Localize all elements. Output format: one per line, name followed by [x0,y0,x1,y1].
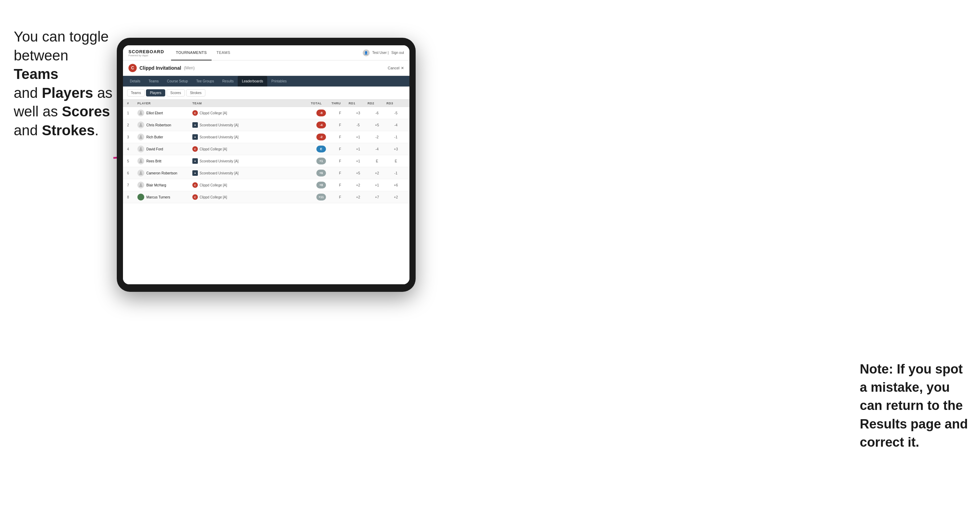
score-badge: +11 [317,194,326,200]
rd2-value: +1 [368,183,387,187]
player-name: Rich Butler [146,135,163,139]
score-badge: +6 [317,170,326,176]
player-name: David Ford [146,147,163,151]
right-annotation: Note: If you spot a mistake, you can ret… [860,360,970,451]
team-cell: ■ Scoreboard University [A] [192,122,311,128]
player-avatar [137,157,144,165]
player-avatar [137,170,144,176]
bold-teams: Teams [14,66,58,82]
rd2-value: -4 [368,147,387,151]
thru-value: F [331,147,348,151]
player-rows: 1 Elliot Ebert C Clippd College [A] -8 F… [123,107,409,203]
tab-details[interactable]: Details [126,76,145,87]
svg-point-2 [140,123,142,125]
player-cell: Rich Butler [137,133,192,140]
nav-teams[interactable]: TEAMS [212,45,235,60]
team-logo-scoreboard: ■ [192,122,198,128]
table-row: 4 David Ford C Clippd College [A] E F +1… [123,143,409,155]
col-thru: THRU [331,102,348,105]
col-total: TOTAL [311,102,331,105]
tournament-header: C Clippd Invitational (Men) Cancel ✕ [123,60,409,76]
tab-leaderboards[interactable]: Leaderboards [238,76,267,87]
subtab-scores[interactable]: Scores [167,89,185,97]
subtab-players[interactable]: Players [146,89,165,97]
player-avatar [137,110,144,116]
rd2-value: +5 [368,123,387,127]
team-cell: ■ Scoreboard University [A] [192,158,311,164]
tournament-logo: C [129,64,137,72]
table-row: 7 Blair McHarg C Clippd College [A] +8 F… [123,179,409,191]
tablet-frame: SCOREBOARD Powered by clippd TOURNAMENTS… [117,38,416,292]
rd3-value: E [387,159,405,163]
team-logo-clippd: C [192,110,198,116]
score-badge: +1 [317,157,326,165]
player-name: Chris Robertson [146,123,171,127]
rd2-value: -6 [368,111,387,115]
tab-bar: Details Teams Course Setup Tee Groups Re… [123,76,409,87]
thru-value: F [331,135,348,139]
rd1-value: +1 [348,135,368,139]
rd2-value: +7 [368,195,387,199]
note-label: Note: If you spot a mistake, you can ret… [860,362,968,449]
svg-point-6 [140,171,142,173]
thru-value: F [331,183,348,187]
team-cell: C Clippd College [A] [192,146,311,152]
sub-tabs: Teams Players Scores Strokes [123,87,409,100]
team-name: Clippd College [A] [200,195,227,199]
tab-results[interactable]: Results [218,76,238,87]
tab-tee-groups[interactable]: Tee Groups [192,76,218,87]
svg-point-1 [140,111,142,113]
rd1-value: +1 [348,159,368,163]
player-cell: Cameron Robertson [137,170,192,176]
score-badge: -4 [317,122,326,129]
team-name: Clippd College [A] [200,147,227,151]
player-rank: 1 [127,111,137,115]
player-cell: Marcus Turners [137,194,192,200]
player-name: Rees Britt [146,159,161,163]
col-rd2: RD2 [368,102,387,105]
player-avatar [137,146,144,152]
score-badge: -2 [317,133,326,140]
team-cell: C Clippd College [A] [192,194,311,200]
cancel-button[interactable]: Cancel ✕ [388,66,404,70]
team-logo-scoreboard: ■ [192,170,198,176]
tab-printables[interactable]: Printables [267,76,291,87]
player-rank: 6 [127,171,137,175]
score-badge: +8 [317,182,326,189]
svg-point-7 [140,183,142,185]
player-name: Marcus Turners [146,195,170,199]
player-avatar [137,194,144,200]
tab-teams[interactable]: Teams [145,76,163,87]
team-logo-scoreboard: ■ [192,134,198,140]
leaderboard-table: # PLAYER TEAM TOTAL THRU RD1 RD2 RD3 1 E… [123,100,409,284]
team-cell: C Clippd College [A] [192,110,311,116]
thru-value: F [331,195,348,199]
team-name: Scoreboard University [A] [200,159,239,163]
nav-tournaments[interactable]: TOURNAMENTS [171,45,212,60]
team-name: Clippd College [A] [200,183,227,187]
table-row: 6 Cameron Robertson ■ Scoreboard Univers… [123,167,409,179]
team-name: Scoreboard University [A] [200,171,239,175]
col-rank: # [127,102,137,105]
rd3-value: -1 [387,171,405,175]
logo-area: SCOREBOARD Powered by clippd [129,49,164,57]
svg-point-4 [140,147,142,149]
table-row: 8 Marcus Turners C Clippd College [A] +1… [123,191,409,203]
team-name: Clippd College [A] [200,111,227,115]
team-cell: ■ Scoreboard University [A] [192,134,311,140]
logo-text: SCOREBOARD [129,49,164,54]
player-cell: David Ford [137,146,192,152]
svg-point-5 [140,159,142,161]
thru-value: F [331,111,348,115]
tablet-screen: SCOREBOARD Powered by clippd TOURNAMENTS… [123,45,409,284]
sign-out-link[interactable]: Sign out [391,51,404,55]
score-badge: -8 [317,110,326,116]
subtab-teams[interactable]: Teams [127,89,145,97]
player-avatar [137,133,144,140]
user-label: Test User | [372,51,389,55]
bold-players: Players [42,85,93,101]
subtab-strokes[interactable]: Strokes [186,89,205,97]
player-name: Blair McHarg [146,183,166,187]
tab-course-setup[interactable]: Course Setup [163,76,192,87]
rd3-value: -1 [387,135,405,139]
